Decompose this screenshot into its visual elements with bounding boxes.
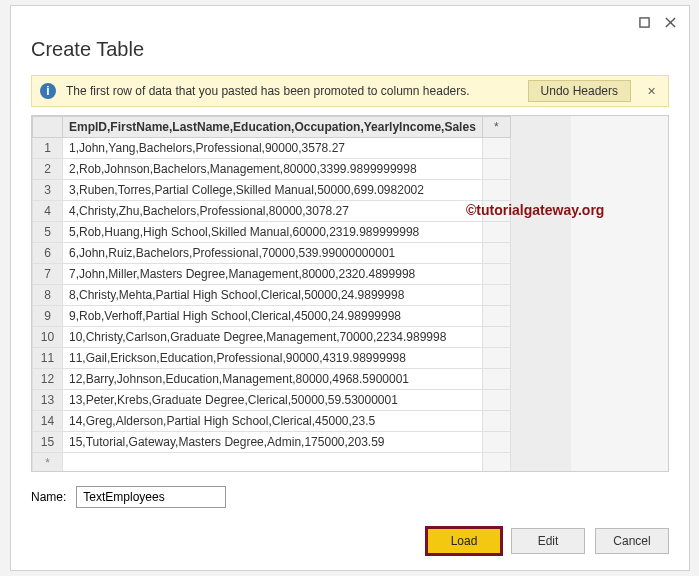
table-row[interactable]: 88,Christy,Mehta,Partial High School,Cle… xyxy=(33,285,511,306)
row-number: 2 xyxy=(33,159,63,180)
table-right-padding xyxy=(511,116,571,471)
add-column-header[interactable]: * xyxy=(482,117,510,138)
row-data[interactable]: 4,Christy,Zhu,Bachelors,Professional,800… xyxy=(63,201,483,222)
row-data[interactable]: 1,John,Yang,Bachelors,Professional,90000… xyxy=(63,138,483,159)
row-data[interactable]: 6,John,Ruiz,Bachelors,Professional,70000… xyxy=(63,243,483,264)
row-extra-cell xyxy=(482,327,510,348)
row-extra-cell xyxy=(482,285,510,306)
row-number: 6 xyxy=(33,243,63,264)
rownum-header xyxy=(33,117,63,138)
row-number: 9 xyxy=(33,306,63,327)
cancel-button[interactable]: Cancel xyxy=(595,528,669,554)
table-row[interactable]: 1414,Greg,Alderson,Partial High School,C… xyxy=(33,411,511,432)
row-extra-cell xyxy=(482,180,510,201)
empty-row-extra xyxy=(482,453,510,472)
data-table: EmpID,FirstName,LastName,Education,Occup… xyxy=(31,115,669,472)
table-row[interactable]: 99,Rob,Verhoff,Partial High School,Cleri… xyxy=(33,306,511,327)
row-extra-cell xyxy=(482,201,510,222)
row-data[interactable]: 9,Rob,Verhoff,Partial High School,Cleric… xyxy=(63,306,483,327)
window-close-button[interactable] xyxy=(657,10,683,34)
row-extra-cell xyxy=(482,264,510,285)
table-row[interactable]: 77,John,Miller,Masters Degree,Management… xyxy=(33,264,511,285)
row-number: 11 xyxy=(33,348,63,369)
edit-button[interactable]: Edit xyxy=(511,528,585,554)
row-number: 3 xyxy=(33,180,63,201)
row-extra-cell xyxy=(482,159,510,180)
row-data[interactable]: 2,Rob,Johnson,Bachelors,Management,80000… xyxy=(63,159,483,180)
row-data[interactable]: 8,Christy,Mehta,Partial High School,Cler… xyxy=(63,285,483,306)
column-header[interactable]: EmpID,FirstName,LastName,Education,Occup… xyxy=(63,117,483,138)
svg-rect-0 xyxy=(639,17,648,26)
dialog-title: Create Table xyxy=(11,38,689,71)
row-data[interactable]: 13,Peter,Krebs,Graduate Degree,Clerical,… xyxy=(63,390,483,411)
table-row[interactable]: 1515,Tutorial,Gateway,Masters Degree,Adm… xyxy=(33,432,511,453)
table-row[interactable]: 66,John,Ruiz,Bachelors,Professional,7000… xyxy=(33,243,511,264)
row-extra-cell xyxy=(482,369,510,390)
window-restore-button[interactable] xyxy=(631,10,657,34)
row-data[interactable]: 3,Ruben,Torres,Partial College,Skilled M… xyxy=(63,180,483,201)
row-number: 13 xyxy=(33,390,63,411)
undo-headers-button[interactable]: Undo Headers xyxy=(528,80,631,102)
banner-message: The first row of data that you pasted ha… xyxy=(66,84,518,98)
row-extra-cell xyxy=(482,306,510,327)
table-name-input[interactable] xyxy=(76,486,226,508)
load-button[interactable]: Load xyxy=(427,528,501,554)
row-data[interactable]: 10,Christy,Carlson,Graduate Degree,Manag… xyxy=(63,327,483,348)
row-data[interactable]: 14,Greg,Alderson,Partial High School,Cle… xyxy=(63,411,483,432)
row-extra-cell xyxy=(482,411,510,432)
table-row[interactable]: 1010,Christy,Carlson,Graduate Degree,Man… xyxy=(33,327,511,348)
table-row[interactable]: 33,Ruben,Torres,Partial College,Skilled … xyxy=(33,180,511,201)
titlebar xyxy=(11,6,689,38)
table-row[interactable]: 22,Rob,Johnson,Bachelors,Management,8000… xyxy=(33,159,511,180)
row-number: 14 xyxy=(33,411,63,432)
row-extra-cell xyxy=(482,222,510,243)
row-extra-cell xyxy=(482,138,510,159)
close-icon xyxy=(665,17,676,28)
row-number: 10 xyxy=(33,327,63,348)
restore-icon xyxy=(639,17,650,28)
row-extra-cell xyxy=(482,348,510,369)
empty-row-marker: * xyxy=(33,453,63,472)
table-row[interactable]: 1212,Barry,Johnson,Education,Management,… xyxy=(33,369,511,390)
info-icon: i xyxy=(40,83,56,99)
info-banner: i The first row of data that you pasted … xyxy=(31,75,669,107)
table-row[interactable]: 1313,Peter,Krebs,Graduate Degree,Clerica… xyxy=(33,390,511,411)
row-data[interactable]: 7,John,Miller,Masters Degree,Management,… xyxy=(63,264,483,285)
row-number: 8 xyxy=(33,285,63,306)
row-data[interactable]: 11,Gail,Erickson,Education,Professional,… xyxy=(63,348,483,369)
row-number: 12 xyxy=(33,369,63,390)
row-extra-cell xyxy=(482,390,510,411)
banner-close-button[interactable]: ✕ xyxy=(641,85,662,98)
empty-row-cell[interactable] xyxy=(63,453,483,472)
row-extra-cell xyxy=(482,243,510,264)
table-row[interactable]: 11,John,Yang,Bachelors,Professional,9000… xyxy=(33,138,511,159)
table-row[interactable]: 55,Rob,Huang,High School,Skilled Manual,… xyxy=(33,222,511,243)
row-number: 7 xyxy=(33,264,63,285)
row-number: 1 xyxy=(33,138,63,159)
row-data[interactable]: 12,Barry,Johnson,Education,Management,80… xyxy=(63,369,483,390)
create-table-dialog: Create Table i The first row of data tha… xyxy=(10,5,690,571)
row-extra-cell xyxy=(482,432,510,453)
table-row[interactable]: 1111,Gail,Erickson,Education,Professiona… xyxy=(33,348,511,369)
name-label: Name: xyxy=(31,490,66,504)
row-number: 15 xyxy=(33,432,63,453)
name-row: Name: xyxy=(11,472,689,518)
dialog-footer: Load Edit Cancel xyxy=(11,518,689,570)
table-row[interactable]: 44,Christy,Zhu,Bachelors,Professional,80… xyxy=(33,201,511,222)
row-data[interactable]: 5,Rob,Huang,High School,Skilled Manual,6… xyxy=(63,222,483,243)
row-data[interactable]: 15,Tutorial,Gateway,Masters Degree,Admin… xyxy=(63,432,483,453)
row-number: 4 xyxy=(33,201,63,222)
table[interactable]: EmpID,FirstName,LastName,Education,Occup… xyxy=(32,116,511,471)
empty-row[interactable]: * xyxy=(33,453,511,472)
row-number: 5 xyxy=(33,222,63,243)
